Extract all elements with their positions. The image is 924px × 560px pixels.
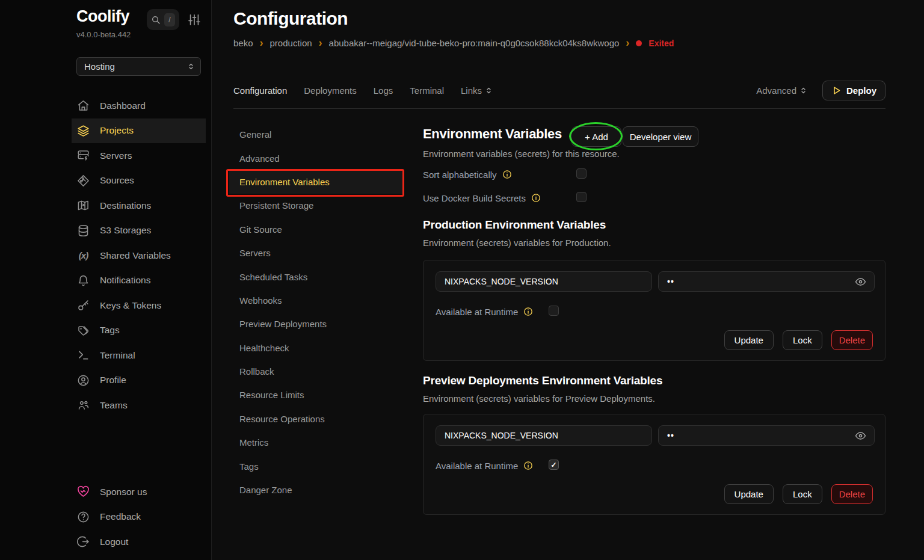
settings-sliders-icon[interactable] <box>188 13 201 26</box>
toggle-label: Use Docker Build Secrets <box>423 193 526 203</box>
subnav-webhooks[interactable]: Webhooks <box>229 289 404 312</box>
available-at-runtime-row: Available at Runtime ✓ <box>436 460 533 471</box>
tab-links[interactable]: Links <box>461 85 493 96</box>
main-content: Configuration beko › production › abubak… <box>212 0 924 560</box>
env-name-input[interactable] <box>436 271 652 292</box>
env-value-input[interactable] <box>658 271 875 292</box>
heart-icon <box>77 485 90 498</box>
sidebar-item-feedback[interactable]: Feedback <box>72 505 206 530</box>
sidebar-item-label: Feedback <box>100 511 141 522</box>
add-variable-button[interactable]: + Add <box>571 126 621 147</box>
tab-bar-right: Advanced Deploy <box>756 81 886 100</box>
help-icon <box>77 511 90 523</box>
sidebar-item-s3-storages[interactable]: S3 Storages <box>72 218 206 244</box>
sidebar-item-shared-variables[interactable]: (x) Shared Variables <box>72 243 206 268</box>
sidebar-item-servers[interactable]: Servers <box>72 143 206 168</box>
subnav-metrics[interactable]: Metrics <box>229 431 404 454</box>
deploy-button[interactable]: Deploy <box>822 81 886 100</box>
subnav-resource-operations[interactable]: Resource Operations <box>229 407 404 431</box>
tab-label: Links <box>461 85 482 96</box>
tab-configuration[interactable]: Configuration <box>233 85 287 96</box>
subnav-environment-variables[interactable]: Environment Variables <box>229 170 404 194</box>
subnav-resource-limits[interactable]: Resource Limits <box>229 383 404 407</box>
production-section-subtitle: Environment (secrets) variables for Prod… <box>423 238 611 248</box>
tab-deployments[interactable]: Deployments <box>304 85 357 96</box>
sidebar-item-projects[interactable]: Projects <box>72 118 206 144</box>
subnav-git-source[interactable]: Git Source <box>229 218 404 241</box>
tab-logs[interactable]: Logs <box>374 85 393 96</box>
lock-button[interactable]: Lock <box>783 484 822 504</box>
update-button[interactable]: Update <box>724 330 774 350</box>
search-button[interactable]: / <box>147 9 179 30</box>
sidebar-item-profile[interactable]: Profile <box>72 368 206 393</box>
tab-divider <box>233 108 886 109</box>
subnav-rollback[interactable]: Rollback <box>229 360 404 383</box>
sidebar-item-teams[interactable]: Teams <box>72 393 206 418</box>
subnav-persistent-storage[interactable]: Persistent Storage <box>229 194 404 217</box>
update-button[interactable]: Update <box>724 484 774 504</box>
info-icon[interactable] <box>531 193 541 203</box>
sidebar-item-destinations[interactable]: Destinations <box>72 193 206 218</box>
team-select[interactable]: Hosting <box>76 57 201 76</box>
subnav-tags[interactable]: Tags <box>229 454 404 478</box>
breadcrumb-resource[interactable]: abubakar--meigag/vid-tube-beko-pro:main-… <box>329 38 620 48</box>
subnav-danger-zone[interactable]: Danger Zone <box>229 478 404 502</box>
page-title: Configuration <box>233 8 348 29</box>
card-actions: Update Lock Delete <box>724 484 873 504</box>
tag-icon <box>77 324 90 337</box>
env-name-input[interactable] <box>436 425 652 446</box>
subnav-scheduled-tasks[interactable]: Scheduled Tasks <box>229 265 404 288</box>
play-icon <box>831 85 842 96</box>
sidebar-item-label: Sponsor us <box>100 487 147 497</box>
reveal-secret-icon[interactable] <box>855 276 866 288</box>
developer-view-button[interactable]: Developer view <box>623 126 698 147</box>
info-icon[interactable] <box>523 307 533 316</box>
subnav-healthcheck[interactable]: Healthcheck <box>229 336 404 360</box>
logout-icon <box>77 535 90 548</box>
env-value-input[interactable] <box>658 425 875 446</box>
delete-button[interactable]: Delete <box>831 484 873 504</box>
breadcrumb-environment[interactable]: production <box>270 38 312 48</box>
sidebar-item-label: Dashboard <box>100 100 146 111</box>
subnav-general[interactable]: General <box>229 123 404 146</box>
chevron-right-icon: › <box>319 37 322 48</box>
sort-alphabetically-checkbox[interactable] <box>576 168 587 179</box>
panel-heading: Environment Variables <box>423 126 562 142</box>
reveal-secret-icon[interactable] <box>855 430 866 442</box>
coolify-logo: Coolify <box>76 7 129 26</box>
sidebar-item-tags[interactable]: Tags <box>72 318 206 343</box>
docker-build-secrets-checkbox[interactable] <box>576 192 587 202</box>
sidebar-item-sources[interactable]: Sources <box>72 168 206 194</box>
sidebar-item-sponsor-us[interactable]: Sponsor us <box>72 479 206 505</box>
available-at-runtime-checkbox[interactable]: ✓ <box>549 460 559 470</box>
sidebar-item-label: Profile <box>100 375 126 386</box>
subnav-servers[interactable]: Servers <box>229 241 404 265</box>
lock-button[interactable]: Lock <box>783 330 822 350</box>
sidebar-item-label: Sources <box>100 175 134 186</box>
info-icon[interactable] <box>523 461 533 470</box>
sidebar-item-notifications[interactable]: Notifications <box>72 268 206 294</box>
sidebar-item-label: Terminal <box>100 350 135 361</box>
subnav-preview-deployments[interactable]: Preview Deployments <box>229 312 404 336</box>
tab-terminal[interactable]: Terminal <box>410 85 444 96</box>
tab-label: Terminal <box>410 85 444 96</box>
delete-button[interactable]: Delete <box>831 330 873 350</box>
sidebar-footer-nav: Sponsor us Feedback Logout <box>72 479 206 555</box>
version-label: v4.0.0-beta.442 <box>76 30 131 39</box>
preview-section-heading: Preview Deployments Environment Variable… <box>423 374 662 387</box>
advanced-dropdown[interactable]: Advanced <box>756 85 808 96</box>
sidebar-item-logout[interactable]: Logout <box>72 529 206 555</box>
preview-section-subtitle: Environment (secrets) variables for Prev… <box>423 393 655 404</box>
card-actions: Update Lock Delete <box>724 330 873 350</box>
sidebar-item-dashboard[interactable]: Dashboard <box>72 93 206 118</box>
available-at-runtime-checkbox[interactable] <box>549 306 559 316</box>
breadcrumb-project[interactable]: beko <box>233 38 253 48</box>
subnav-advanced[interactable]: Advanced <box>229 146 404 170</box>
chevrons-up-down-icon <box>186 62 196 71</box>
sidebar-item-terminal[interactable]: Terminal <box>72 343 206 368</box>
info-icon[interactable] <box>502 170 512 179</box>
database-icon <box>77 224 90 237</box>
sort-alphabetically-row: Sort alphabetically <box>423 169 512 180</box>
users-icon <box>77 399 90 411</box>
sidebar-item-keys-tokens[interactable]: Keys & Tokens <box>72 293 206 318</box>
